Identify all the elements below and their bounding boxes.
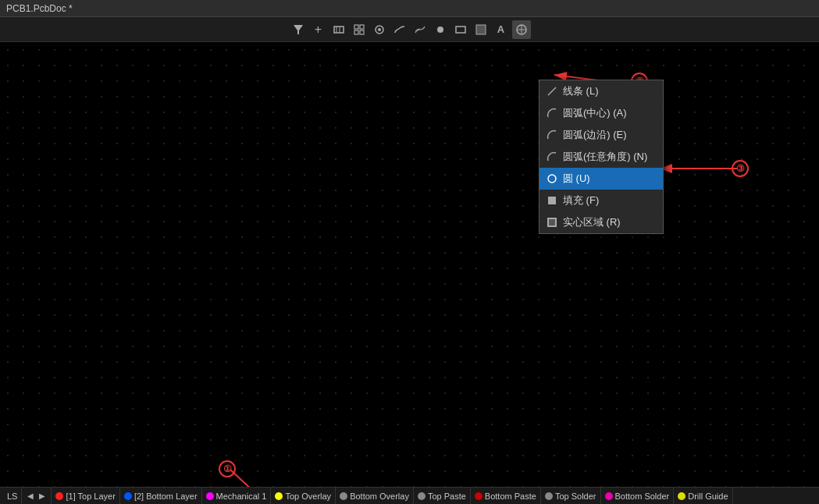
- status-mechanical[interactable]: Mechanical 1: [202, 488, 272, 504]
- svg-rect-1: [334, 27, 344, 33]
- menu-item-fill[interactable]: 填充 (F): [539, 190, 663, 211]
- annotation-1: ①: [219, 460, 236, 477]
- drill-guide-dot: [678, 492, 685, 500]
- nav-next[interactable]: ▶: [37, 492, 47, 500]
- status-drill-guide[interactable]: Drill Guide: [674, 488, 732, 504]
- svg-line-17: [548, 87, 556, 95]
- canvas-area[interactable]: 线条 (L) 圆弧(中心) (A) 圆弧(边沿) (E) 圆弧(任意角度) (N…: [0, 42, 819, 487]
- draw-tool[interactable]: [512, 20, 531, 39]
- bottom-overlay-dot: [340, 492, 347, 500]
- component-tool[interactable]: [329, 20, 348, 39]
- svg-rect-5: [360, 25, 364, 29]
- bottom-paste-dot: [475, 492, 482, 500]
- top-solder-dot: [545, 492, 553, 500]
- status-top-solder[interactable]: Top Solder: [541, 488, 601, 504]
- status-bottom-paste[interactable]: Bottom Paste: [471, 488, 541, 504]
- status-bar: LS ◀ ▶ [1] Top Layer [2] Bottom Layer Me…: [0, 487, 819, 504]
- fill-icon: [546, 194, 558, 207]
- svg-rect-6: [354, 30, 358, 34]
- status-bottom-layer[interactable]: [2] Bottom Layer: [120, 488, 202, 504]
- svg-point-10: [437, 27, 443, 33]
- bottom-layer-dot: [124, 492, 132, 500]
- svg-rect-4: [354, 25, 358, 29]
- top-overlay-dot: [275, 492, 283, 500]
- context-menu: 线条 (L) 圆弧(中心) (A) 圆弧(边沿) (E) 圆弧(任意角度) (N…: [539, 80, 664, 234]
- menu-item-arc-edge[interactable]: 圆弧(边沿) (E): [539, 124, 663, 146]
- status-top-layer[interactable]: [1] Top Layer: [52, 488, 119, 504]
- status-ls: LS: [3, 488, 22, 504]
- rect-tool[interactable]: [451, 20, 470, 39]
- svg-point-9: [378, 28, 381, 31]
- menu-item-solid-region[interactable]: 实心区域 (R): [539, 211, 663, 233]
- pad-tool[interactable]: [431, 20, 450, 39]
- mechanical-dot: [206, 492, 214, 500]
- route-tool[interactable]: [390, 20, 409, 39]
- line-icon: [546, 85, 558, 98]
- menu-item-arc-any[interactable]: 圆弧(任意角度) (N): [539, 146, 663, 168]
- menu-item-circle[interactable]: 圆 (U): [539, 168, 663, 190]
- menu-item-arc-center[interactable]: 圆弧(中心) (A): [539, 102, 663, 124]
- status-bottom-overlay[interactable]: Bottom Overlay: [336, 488, 414, 504]
- top-layer-dot: [55, 492, 63, 500]
- status-top-paste[interactable]: Top Paste: [414, 488, 471, 504]
- svg-rect-21: [549, 219, 555, 225]
- title-text: PCB1.PcbDoc *: [6, 3, 73, 14]
- svg-line-23: [230, 470, 265, 487]
- solid-region-icon: [546, 216, 558, 229]
- title-bar: PCB1.PcbDoc *: [0, 0, 819, 17]
- menu-item-line[interactable]: 线条 (L): [539, 80, 663, 102]
- svg-point-18: [548, 175, 556, 183]
- status-bottom-solder[interactable]: Bottom Solder: [601, 488, 675, 504]
- arc-edge-icon: [546, 129, 558, 141]
- arc-any-icon: [546, 151, 558, 163]
- toolbar: + A: [0, 17, 819, 42]
- filter-tool[interactable]: [289, 20, 308, 39]
- top-paste-dot: [418, 492, 426, 500]
- svg-rect-7: [360, 30, 364, 34]
- interactive-route-tool[interactable]: [411, 20, 429, 39]
- svg-marker-0: [294, 25, 303, 34]
- arc-center-icon: [546, 107, 558, 119]
- grid-tool[interactable]: [350, 20, 369, 39]
- circle-icon: [546, 172, 558, 185]
- arrows-overlay: [0, 42, 819, 487]
- nav-prev[interactable]: ◀: [26, 492, 35, 500]
- add-tool[interactable]: +: [309, 20, 328, 39]
- text-tool[interactable]: A: [492, 20, 511, 39]
- bottom-solder-dot: [605, 492, 613, 500]
- annotation-3: ③: [732, 160, 749, 177]
- via-tool[interactable]: [370, 20, 389, 39]
- svg-rect-19: [548, 197, 556, 204]
- fill-area-tool[interactable]: [472, 20, 490, 39]
- svg-rect-12: [476, 25, 486, 34]
- status-top-overlay[interactable]: Top Overlay: [271, 488, 336, 504]
- svg-rect-11: [456, 27, 465, 33]
- status-nav[interactable]: ◀ ▶: [22, 488, 52, 504]
